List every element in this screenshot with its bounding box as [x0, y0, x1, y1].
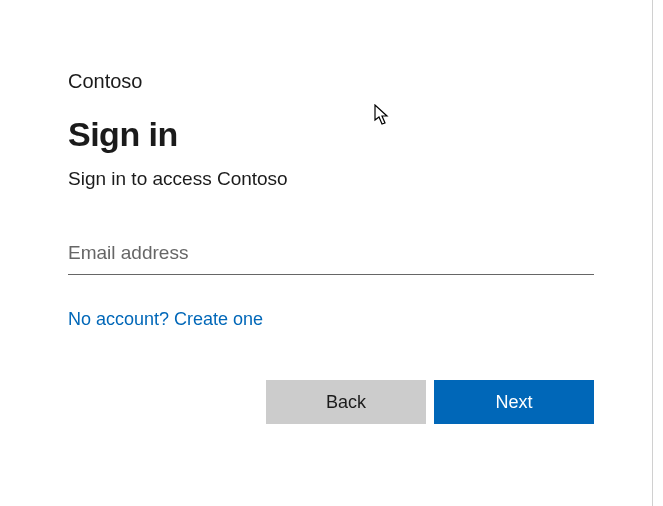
- button-row: Back Next: [68, 380, 594, 424]
- brand-name: Contoso: [68, 70, 595, 93]
- page-subtitle: Sign in to access Contoso: [68, 168, 595, 190]
- email-field[interactable]: [68, 236, 594, 275]
- window-divider: [652, 0, 653, 506]
- next-button[interactable]: Next: [434, 380, 594, 424]
- back-button[interactable]: Back: [266, 380, 426, 424]
- create-account-link[interactable]: No account? Create one: [68, 309, 263, 330]
- signin-panel: Contoso Sign in Sign in to access Contos…: [0, 0, 663, 464]
- page-title: Sign in: [68, 115, 595, 154]
